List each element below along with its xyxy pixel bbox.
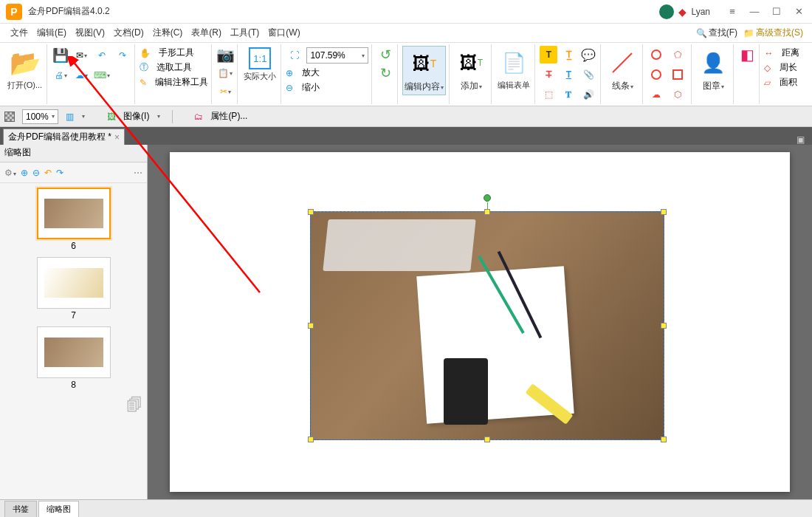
fit-icon[interactable]: ⛶ bbox=[286, 47, 303, 64]
attach-icon[interactable]: 📎 bbox=[579, 66, 597, 83]
menu-icon[interactable]: ≡ bbox=[725, 6, 740, 17]
find-button[interactable]: 🔍 查找(F) bbox=[693, 27, 740, 39]
stamp-button[interactable]: 👤 图章▾ bbox=[696, 46, 730, 94]
text-box-icon[interactable]: 𝐓 bbox=[560, 86, 577, 103]
perimeter-button[interactable]: ◇ 周长 bbox=[764, 61, 799, 75]
add-button[interactable]: 🖼T 添加▾ bbox=[454, 46, 488, 94]
thumbnail-8[interactable]: 8 bbox=[30, 326, 118, 390]
menu-view[interactable]: 视图(V) bbox=[71, 25, 109, 41]
actual-size-button[interactable]: 1:1 实际大小 bbox=[242, 46, 278, 83]
thumb-zoom-out-icon[interactable]: ⊖ bbox=[32, 168, 40, 178]
cloud-shape-icon[interactable]: ☁ bbox=[647, 86, 665, 103]
user-area[interactable]: ◆ Lyan bbox=[659, 4, 710, 19]
crop-button[interactable]: ✂▾ bbox=[216, 83, 234, 100]
audio-icon[interactable]: 🔊 bbox=[579, 86, 597, 103]
zoom-percent-select[interactable]: 100% ▾ bbox=[22, 109, 58, 124]
image-menu[interactable]: 图像(I) bbox=[123, 110, 149, 123]
strikeout-icon[interactable]: T̶ bbox=[540, 66, 557, 83]
distance-button[interactable]: ↔ 距离 bbox=[764, 46, 799, 60]
group-stamp: 👤 图章▾ bbox=[693, 44, 734, 104]
undo-button[interactable]: ↶ bbox=[93, 47, 111, 64]
group-snapshot: 📷 📋▾ ✂▾ bbox=[213, 44, 238, 104]
thumb-options-icon[interactable]: ⚙▾ bbox=[4, 168, 16, 178]
tab-thumbnails[interactable]: 缩略图 bbox=[38, 501, 79, 517]
ellipse-icon[interactable] bbox=[647, 46, 665, 64]
cloud-button[interactable]: ☁▾ bbox=[72, 66, 90, 84]
thumb-rotate-left-icon[interactable]: ↶ bbox=[44, 168, 52, 178]
eraser-button[interactable]: ◧ bbox=[738, 46, 756, 64]
resize-handle-mr[interactable] bbox=[661, 323, 667, 329]
lines-button[interactable]: 线条▾ bbox=[605, 46, 639, 94]
select-tool[interactable]: Ⓣ 选取工具 bbox=[140, 61, 208, 75]
properties-button[interactable]: 属性(P)... bbox=[210, 110, 247, 123]
page-view[interactable] bbox=[170, 152, 790, 492]
menu-tools[interactable]: 工具(T) bbox=[226, 25, 264, 41]
print-button[interactable]: 🖨▾ bbox=[52, 66, 69, 84]
menu-form[interactable]: 表单(R) bbox=[187, 25, 226, 41]
thumb-zoom-in-icon[interactable]: ⊕ bbox=[21, 168, 28, 178]
zoom-in-button[interactable]: ⊕ 放大 bbox=[286, 66, 368, 80]
menu-edit[interactable]: 编辑(E) bbox=[32, 25, 71, 41]
group-edit-content: 🖼T 编辑内容▾ bbox=[399, 44, 450, 104]
scan-button[interactable]: ⌨▾ bbox=[93, 66, 111, 84]
open-button[interactable]: 📂 打开(O)... bbox=[6, 46, 44, 92]
hand-tool[interactable]: ✋ 手形工具 bbox=[140, 46, 208, 60]
thumbnail-7[interactable]: 7 bbox=[30, 257, 118, 321]
area-button[interactable]: ▱ 面积 bbox=[764, 75, 799, 89]
tab-bookmark[interactable]: 书签 bbox=[4, 501, 37, 517]
group-rotate: ↺ ↻ bbox=[374, 44, 398, 104]
resize-handle-tm[interactable] bbox=[484, 209, 490, 215]
select-box-icon[interactable]: ⬚ bbox=[540, 86, 557, 103]
rotation-handle[interactable] bbox=[484, 194, 491, 202]
highlight-area-icon[interactable]: T̲ bbox=[560, 46, 577, 64]
selected-image[interactable] bbox=[310, 211, 664, 440]
zoom-select[interactable]: 107.59%▾ bbox=[306, 47, 368, 64]
thumbnails-title: 缩略图 bbox=[0, 145, 147, 162]
annotation-tool[interactable]: ✎ 编辑注释工具 bbox=[140, 75, 208, 89]
resize-handle-bl[interactable] bbox=[308, 436, 314, 442]
page-layout-icon[interactable]: ▥ bbox=[66, 112, 74, 122]
comment-icon[interactable]: 💬 bbox=[579, 46, 597, 64]
resize-handle-ml[interactable] bbox=[308, 323, 314, 329]
grid-toggle[interactable] bbox=[4, 112, 15, 122]
email-button[interactable]: ✉▾ bbox=[72, 47, 90, 64]
close-tab-icon[interactable]: × bbox=[114, 132, 120, 143]
zoom-out-button[interactable]: ⊖ 缩小 bbox=[286, 81, 368, 95]
resize-handle-tl[interactable] bbox=[308, 209, 314, 215]
close-all-tabs[interactable]: ▣ bbox=[792, 134, 809, 145]
resize-handle-br[interactable] bbox=[661, 436, 667, 442]
menu-file[interactable]: 文件 bbox=[6, 25, 32, 41]
maximize-button[interactable]: ☐ bbox=[769, 6, 784, 17]
rotate-cw-button[interactable]: ↻ bbox=[376, 64, 394, 82]
underline-icon[interactable]: T bbox=[560, 66, 577, 83]
snapshot-button[interactable]: 📷 bbox=[216, 46, 234, 64]
thumbnail-6[interactable]: 6 bbox=[30, 188, 118, 251]
pentagon-icon[interactable]: ⬠ bbox=[669, 46, 687, 64]
advanced-find-button[interactable]: 📁 高级查找(S) bbox=[740, 27, 806, 39]
thumb-rotate-right-icon[interactable]: ↷ bbox=[56, 168, 63, 178]
edit-form-button[interactable]: 📄 编辑表单 bbox=[496, 46, 531, 92]
resize-handle-bm[interactable] bbox=[484, 436, 490, 442]
redo-button[interactable]: ↷ bbox=[114, 47, 131, 64]
rect-icon[interactable] bbox=[669, 66, 687, 83]
rotate-ccw-button[interactable]: ↺ bbox=[376, 46, 394, 64]
minimize-button[interactable]: — bbox=[747, 6, 762, 17]
thumb-more-icon[interactable]: ⋯ bbox=[134, 168, 142, 178]
thumbnails-list[interactable]: 6 7 8 🗐 bbox=[0, 183, 147, 499]
canvas[interactable] bbox=[148, 145, 812, 499]
resize-handle-tr[interactable] bbox=[661, 209, 667, 215]
copy-pages-icon[interactable]: 🗐 bbox=[126, 396, 142, 415]
hexagon-icon[interactable]: ⬡ bbox=[669, 86, 687, 103]
document-tab[interactable]: 金舟PDF编辑器使用教程 * × bbox=[3, 129, 125, 145]
close-button[interactable]: ✕ bbox=[791, 6, 806, 17]
menu-window[interactable]: 窗口(W) bbox=[264, 25, 304, 41]
menu-comment[interactable]: 注释(C) bbox=[148, 25, 187, 41]
highlighter-in-image bbox=[525, 383, 573, 425]
circle-icon[interactable] bbox=[647, 66, 665, 83]
edit-content-button[interactable]: 🖼T 编辑内容▾ bbox=[402, 46, 446, 95]
menu-document[interactable]: 文档(D) bbox=[109, 25, 148, 41]
save-button[interactable]: 💾 bbox=[52, 47, 69, 64]
highlight-text-icon[interactable]: T bbox=[540, 46, 557, 64]
clipboard-button[interactable]: 📋▾ bbox=[216, 64, 234, 82]
avatar[interactable] bbox=[659, 4, 674, 19]
